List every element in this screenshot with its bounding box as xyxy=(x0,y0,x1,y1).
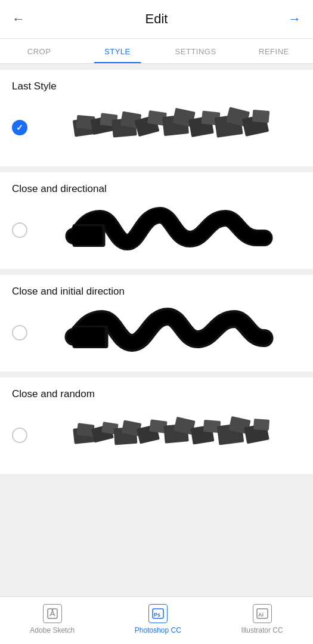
style-card-body-directional xyxy=(12,203,301,257)
tab-style[interactable]: STYLE xyxy=(78,39,156,63)
brush-preview-initial xyxy=(37,306,301,360)
page-title: Edit xyxy=(145,11,168,27)
style-card-body xyxy=(12,101,301,154)
style-card-body-initial xyxy=(12,306,301,360)
bottom-navigation: Adobe Sketch Ps Photoshop CC Ai Illustra… xyxy=(0,596,313,644)
style-title-initial: Close and initial direction xyxy=(12,286,301,298)
style-card-random: Close and random xyxy=(0,377,313,474)
content-area: Last Style xyxy=(0,64,313,596)
back-button[interactable]: ← xyxy=(12,11,25,27)
style-card-body-random xyxy=(12,408,301,462)
illustrator-icon: Ai xyxy=(253,604,272,623)
style-card-initial: Close and initial direction xyxy=(0,275,313,371)
photoshop-label: Photoshop CC xyxy=(135,626,181,634)
header: ← Edit → xyxy=(0,0,313,39)
brush-preview-last-style xyxy=(37,101,301,154)
adobe-sketch-icon xyxy=(43,604,62,623)
svg-text:Ps: Ps xyxy=(154,612,160,618)
nav-photoshop-cc[interactable]: Ps Photoshop CC xyxy=(135,604,181,634)
style-title-directional: Close and directional xyxy=(12,183,301,195)
radio-directional[interactable] xyxy=(12,222,27,238)
brush-preview-random xyxy=(37,408,301,462)
tab-refine[interactable]: REFINE xyxy=(235,39,313,63)
svg-rect-17 xyxy=(73,226,103,245)
radio-initial[interactable] xyxy=(12,325,27,340)
style-title-random: Close and random xyxy=(12,388,301,400)
svg-rect-15 xyxy=(252,110,270,123)
style-title-last-style: Last Style xyxy=(12,80,301,92)
nav-illustrator-cc[interactable]: Ai Illustrator CC xyxy=(241,604,283,634)
radio-last-style[interactable] xyxy=(12,120,27,135)
nav-adobe-sketch[interactable]: Adobe Sketch xyxy=(30,604,75,634)
illustrator-label: Illustrator CC xyxy=(241,626,283,634)
svg-rect-35 xyxy=(253,419,269,431)
svg-text:Ai: Ai xyxy=(258,612,264,618)
tabs-bar: CROP STYLE SETTINGS REFINE xyxy=(0,39,313,64)
tab-crop[interactable]: CROP xyxy=(0,39,78,63)
radio-random[interactable] xyxy=(12,428,27,443)
svg-rect-19 xyxy=(73,327,105,346)
tab-settings[interactable]: SETTINGS xyxy=(157,39,235,63)
adobe-sketch-label: Adobe Sketch xyxy=(30,626,75,634)
forward-button[interactable]: → xyxy=(288,11,301,27)
photoshop-icon: Ps xyxy=(148,604,168,623)
brush-preview-directional xyxy=(37,203,301,257)
style-card-directional: Close and directional xyxy=(0,172,313,269)
style-card-last-style: Last Style xyxy=(0,70,313,166)
